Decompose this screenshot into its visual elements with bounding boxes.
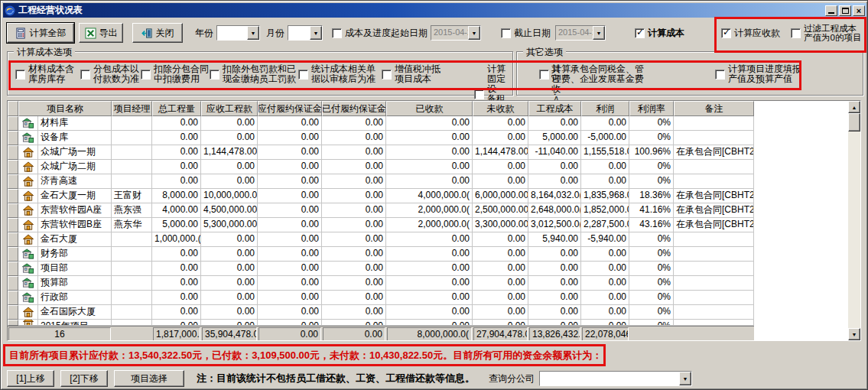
- project-name-cell[interactable]: 金石国际大厦: [38, 305, 112, 320]
- profit-rate-cell[interactable]: 100.96%: [629, 145, 674, 160]
- value-cell[interactable]: 0.00: [201, 291, 258, 305]
- value-cell[interactable]: 0.00: [528, 174, 581, 189]
- profit-rate-cell[interactable]: 0%: [629, 131, 674, 145]
- value-cell[interactable]: 0.00: [152, 305, 201, 320]
- value-cell[interactable]: 6,000,000.00: [473, 189, 528, 203]
- calc-receivable-checkbox[interactable]: 计算应收款: [721, 28, 780, 38]
- value-cell[interactable]: 0.00: [201, 232, 258, 247]
- table-row[interactable]: 财务部0.000.000.000.000.000.000.000.000%: [8, 247, 847, 262]
- value-cell[interactable]: 0.00: [473, 160, 528, 174]
- department-warehouse-icon[interactable]: [18, 291, 38, 305]
- value-cell[interactable]: 0.00: [258, 276, 322, 291]
- value-cell[interactable]: 2,000,000.0(: [386, 203, 473, 218]
- value-cell[interactable]: -11,040.00: [528, 145, 581, 160]
- year-select[interactable]: ▼: [216, 25, 260, 41]
- scrollbar-thumb[interactable]: [848, 113, 860, 132]
- remark-cell[interactable]: [674, 262, 754, 276]
- value-cell[interactable]: 0.00: [152, 160, 201, 174]
- project-house-icon[interactable]: [18, 320, 38, 326]
- table-row[interactable]: 预算部0.000.000.000.000.000.000.000.000%: [8, 276, 847, 291]
- value-cell[interactable]: 0.00: [258, 203, 322, 218]
- project-house-icon[interactable]: [18, 232, 38, 247]
- value-cell[interactable]: 0.00: [258, 232, 322, 247]
- month-select[interactable]: ▼: [288, 25, 323, 41]
- value-cell[interactable]: 4,000,000.0(: [386, 189, 473, 203]
- table-row[interactable]: 项目部0.000.000.000.000.000.000.000.000%: [8, 262, 847, 276]
- project-name-cell[interactable]: 济青高速: [38, 174, 112, 189]
- branch-select[interactable]: ▼: [539, 371, 692, 386]
- value-cell[interactable]: -5,940.00: [581, 232, 629, 247]
- profit-rate-cell[interactable]: 0%: [629, 320, 674, 326]
- project-house-icon[interactable]: [18, 218, 38, 232]
- remark-cell[interactable]: [674, 116, 754, 131]
- value-cell[interactable]: 1,835,968.0: [581, 189, 629, 203]
- project-manager-cell[interactable]: [112, 116, 152, 131]
- value-cell[interactable]: 0.00: [258, 247, 322, 262]
- table-row[interactable]: 众城广场二期0.000.000.000.000.000.000.000.000%: [8, 160, 847, 174]
- profit-rate-cell[interactable]: 0%: [629, 160, 674, 174]
- value-cell[interactable]: 1,144,478.00: [473, 145, 528, 160]
- value-cell[interactable]: 5,000.00: [152, 218, 201, 232]
- profit-rate-cell[interactable]: 0%: [629, 174, 674, 189]
- value-cell[interactable]: 0.00: [473, 116, 528, 131]
- row-selector[interactable]: [8, 203, 18, 218]
- start-date-checkbox[interactable]: 成本及进度起始日期: [332, 28, 427, 38]
- project-manager-cell[interactable]: [112, 305, 152, 320]
- project-name-cell[interactable]: 金石大厦: [38, 232, 112, 247]
- value-cell[interactable]: 0.00: [258, 320, 322, 326]
- profit-rate-cell[interactable]: 0%: [629, 232, 674, 247]
- profit-rate-cell[interactable]: 0%: [629, 305, 674, 320]
- value-cell[interactable]: 0.00: [581, 262, 629, 276]
- value-cell[interactable]: 0.00: [473, 305, 528, 320]
- column-header[interactable]: 已付履约保证金: [322, 101, 386, 116]
- value-cell[interactable]: 0.00: [386, 247, 473, 262]
- scroll-up-button[interactable]: ▲: [848, 101, 860, 113]
- department-warehouse-icon[interactable]: [18, 276, 38, 291]
- project-house-icon[interactable]: [18, 203, 38, 218]
- project-select-button[interactable]: 项目选择: [114, 370, 184, 387]
- table-row[interactable]: 材料库0.000.000.000.000.000.000.000.000%: [8, 116, 847, 131]
- value-cell[interactable]: 0.00: [386, 232, 473, 247]
- project-manager-cell[interactable]: [112, 291, 152, 305]
- table-row[interactable]: 设备库0.000.000.000.000.000.005,000.00-5,00…: [8, 131, 847, 145]
- row-selector[interactable]: [8, 145, 18, 160]
- value-cell[interactable]: 8,164,032.0(: [528, 189, 581, 203]
- department-warehouse-icon[interactable]: [18, 116, 38, 131]
- scroll-down-button[interactable]: ▼: [848, 328, 860, 340]
- profit-rate-cell[interactable]: 0%: [629, 116, 674, 131]
- value-cell[interactable]: 0.00: [258, 291, 322, 305]
- value-cell[interactable]: 0.00: [152, 116, 201, 131]
- column-header[interactable]: 项目名称: [18, 101, 112, 116]
- row-selector[interactable]: [8, 218, 18, 232]
- value-cell[interactable]: 0.00: [528, 247, 581, 262]
- scrollbar-track[interactable]: [848, 132, 860, 328]
- project-manager-cell[interactable]: [112, 131, 152, 145]
- value-cell[interactable]: 0.00: [528, 160, 581, 174]
- value-cell[interactable]: 5,300,000.00: [201, 218, 258, 232]
- value-cell[interactable]: 0.00: [201, 320, 258, 326]
- maximize-button[interactable]: [839, 5, 851, 16]
- value-cell[interactable]: 2,500,000.00: [473, 203, 528, 218]
- row-selector[interactable]: [8, 131, 18, 145]
- value-cell[interactable]: 0.00: [473, 276, 528, 291]
- start-date-dropdown-arrow-icon[interactable]: ▼: [468, 26, 480, 40]
- value-cell[interactable]: 10,000,000.0(: [201, 189, 258, 203]
- value-cell[interactable]: 0.00: [581, 291, 629, 305]
- project-name-cell[interactable]: 众城广场二期: [38, 160, 112, 174]
- value-cell[interactable]: 0.00: [322, 291, 386, 305]
- option-checkbox[interactable]: 计算项目进度填报 产值及预算产值: [715, 64, 801, 84]
- value-cell[interactable]: 4,000.00: [152, 203, 201, 218]
- value-cell[interactable]: 0.00: [152, 131, 201, 145]
- remark-cell[interactable]: [674, 276, 754, 291]
- value-cell[interactable]: 0.00: [386, 276, 473, 291]
- table-row[interactable]: 金石大厦一期王富财8,000.0010,000,000.0(0.000.004,…: [8, 189, 847, 203]
- value-cell[interactable]: 0.00: [473, 247, 528, 262]
- project-name-cell[interactable]: 行政部: [38, 291, 112, 305]
- value-cell[interactable]: 0.00: [473, 320, 528, 326]
- value-cell[interactable]: 0.00: [473, 262, 528, 276]
- table-row[interactable]: 济青高速0.000.000.000.000.000.000.000.000%: [8, 174, 847, 189]
- remark-cell[interactable]: 在承包合同[CBHT201: [674, 218, 754, 232]
- value-cell[interactable]: 0.00: [322, 160, 386, 174]
- value-cell[interactable]: 0.00: [386, 116, 473, 131]
- start-date-select[interactable]: 2015-04-29 ▼: [431, 25, 481, 41]
